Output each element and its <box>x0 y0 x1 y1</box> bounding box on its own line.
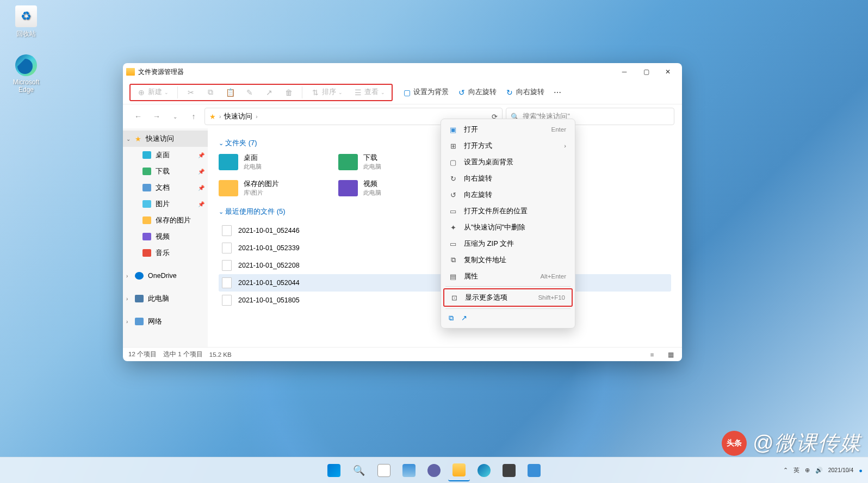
sidebar-item-label: 图片 <box>156 200 170 209</box>
tray-speaker-icon[interactable]: 🔊 <box>815 467 823 474</box>
minimize-button[interactable]: ─ <box>613 63 635 81</box>
sidebar-item[interactable]: 图片📌 <box>123 196 208 212</box>
more-button[interactable]: ⋯ <box>549 84 566 101</box>
menu-item[interactable]: ✦从"快速访问"中删除 <box>443 219 573 236</box>
pin-icon: 📌 <box>198 185 204 191</box>
share-button[interactable]: ↗ <box>261 84 278 101</box>
sidebar-item[interactable]: 保存的图片 <box>123 212 208 228</box>
share-icon: ↗ <box>265 88 274 97</box>
sort-button[interactable]: ⇅排序 ⌄ <box>307 84 347 101</box>
file-icon <box>222 277 232 288</box>
task-app-button[interactable] <box>523 460 545 481</box>
task-widgets-button[interactable] <box>398 460 420 481</box>
menu-item[interactable]: ⧉复制文件地址 <box>443 252 573 268</box>
folder-icon <box>142 249 151 257</box>
breadcrumb-item[interactable]: 快速访问 <box>224 112 252 121</box>
system-tray[interactable]: ⌃ 英 ⊕ 🔊 2021/10/4 ● <box>783 466 863 474</box>
highlighted-menu-item: ⊡ 显示更多选项 Shift+F10 <box>443 288 573 307</box>
file-name: 2021-10-01_052446 <box>238 227 300 234</box>
tray-clock[interactable]: 2021/10/4 <box>828 467 854 474</box>
sidebar: ⌄★快速访问桌面📌下载📌文档📌图片📌保存的图片视频音乐 ›OneDrive ›此… <box>123 128 208 347</box>
delete-button[interactable]: 🗑 <box>280 84 297 101</box>
recent-locations-button[interactable]: ⌄ <box>168 109 183 124</box>
new-button[interactable]: ⊕新建 ⌄ <box>133 84 173 101</box>
menu-item[interactable]: ▢设置为桌面背景 <box>443 154 573 170</box>
task-store-button[interactable] <box>498 460 520 481</box>
sidebar-item-thispc[interactable]: ›此电脑 <box>123 290 208 307</box>
folder-item[interactable]: 下载此电脑 <box>338 153 442 171</box>
tray-notifications-icon[interactable]: ● <box>859 467 863 474</box>
maximize-button[interactable]: ▢ <box>635 63 657 81</box>
folder-name: 桌面 <box>244 153 262 163</box>
tray-ime[interactable]: 英 <box>793 466 799 474</box>
folder-item[interactable]: 保存的图片库\图片 <box>219 179 322 197</box>
folder-item[interactable]: 视频此电脑 <box>338 179 442 197</box>
menu-icon: ↺ <box>449 190 457 199</box>
view-icon: ☰ <box>354 88 362 97</box>
menu-show-more-options[interactable]: ⊡ 显示更多选项 Shift+F10 <box>444 289 572 306</box>
task-explorer-button[interactable] <box>448 460 470 481</box>
view-button[interactable]: ☰查看 ⌄ <box>349 84 389 101</box>
chevron-right-icon: › <box>126 273 128 279</box>
folder-icon <box>338 154 358 170</box>
view-details-button[interactable]: ≡ <box>646 349 658 360</box>
menu-item[interactable]: ▭打开文件所在的位置 <box>443 203 573 219</box>
file-icon <box>222 225 232 236</box>
forward-button[interactable]: → <box>149 109 164 124</box>
folder-icon <box>142 216 151 224</box>
sidebar-item[interactable]: 音乐 <box>123 245 208 261</box>
close-button[interactable]: ✕ <box>657 63 679 81</box>
folder-icon <box>219 180 238 196</box>
sidebar-item-label: 音乐 <box>156 249 170 258</box>
view-icons-button[interactable]: ▦ <box>665 349 677 360</box>
paste-button[interactable]: 📋 <box>221 84 239 101</box>
task-edge-button[interactable] <box>473 460 495 481</box>
menu-label: 打开方式 <box>464 141 492 151</box>
menu-item[interactable]: ▤属性Alt+Enter <box>443 268 573 284</box>
back-button[interactable]: ← <box>131 109 146 124</box>
rename-button[interactable]: ✎ <box>241 84 258 101</box>
menu-item[interactable]: ↺向左旋转 <box>443 187 573 203</box>
folder-icon <box>142 168 151 175</box>
rename-icon: ✎ <box>245 88 254 97</box>
pin-icon: 📌 <box>198 169 204 175</box>
task-search-button[interactable]: 🔍 <box>348 460 370 481</box>
sidebar-item-onedrive[interactable]: ›OneDrive <box>123 268 208 284</box>
task-chat-button[interactable] <box>423 460 445 481</box>
tray-chevron-icon[interactable]: ⌃ <box>783 467 788 474</box>
desktop-edge[interactable]: Microsoft Edge <box>5 54 47 94</box>
task-view-button[interactable] <box>373 460 395 481</box>
network-icon <box>135 318 144 325</box>
plus-icon: ⊕ <box>137 88 146 97</box>
tray-network-icon[interactable]: ⊕ <box>805 467 810 474</box>
titlebar[interactable]: 文件资源管理器 ─ ▢ ✕ <box>123 63 682 81</box>
sidebar-item[interactable]: 桌面📌 <box>123 147 208 163</box>
copy-icon[interactable]: ⧉ <box>449 314 454 323</box>
rotate-right-button[interactable]: ↻向右旋转 <box>501 84 549 101</box>
sidebar-item[interactable]: 视频 <box>123 228 208 245</box>
folder-item[interactable]: 桌面此电脑 <box>219 153 322 171</box>
taskbar: 🔍 ⌃ 英 ⊕ 🔊 2021/10/4 ● <box>0 457 868 483</box>
background-icon: ▢ <box>402 88 411 97</box>
sidebar-item-label: 保存的图片 <box>156 216 191 225</box>
menu-item[interactable]: ↻向右旋转 <box>443 170 573 187</box>
desktop-recycle-bin[interactable]: ♻ 回收站 <box>5 5 47 39</box>
up-button[interactable]: ↑ <box>186 109 201 124</box>
share-icon[interactable]: ↗ <box>461 314 467 323</box>
menu-item[interactable]: ▣打开Enter <box>443 121 573 138</box>
menu-item[interactable]: ⊞打开方式› <box>443 138 573 154</box>
set-background-button[interactable]: ▢设置为背景 <box>398 84 453 101</box>
start-button[interactable] <box>323 460 345 481</box>
folder-icon <box>452 463 466 476</box>
folder-sublabel: 此电脑 <box>244 163 262 171</box>
copy-button[interactable]: ⧉ <box>202 84 219 101</box>
sort-icon: ⇅ <box>311 88 320 97</box>
rotate-left-button[interactable]: ↺向左旋转 <box>453 84 501 101</box>
sidebar-item[interactable]: ⌄★快速访问 <box>123 131 208 147</box>
menu-item[interactable]: ▭压缩为 ZIP 文件 <box>443 236 573 252</box>
sidebar-item[interactable]: 文档📌 <box>123 179 208 196</box>
chevron-right-icon: › <box>126 319 128 325</box>
cut-button[interactable]: ✂ <box>182 84 200 101</box>
sidebar-item-network[interactable]: ›网络 <box>123 313 208 330</box>
sidebar-item[interactable]: 下载📌 <box>123 163 208 179</box>
